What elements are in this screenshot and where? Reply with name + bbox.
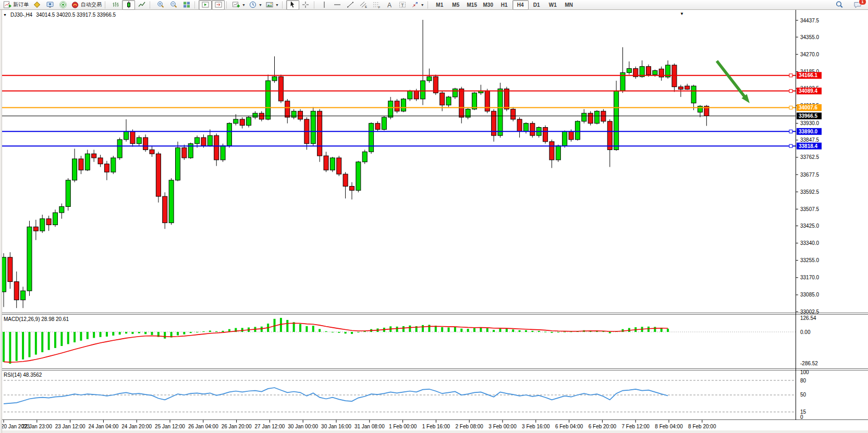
terminal-button[interactable] bbox=[43, 0, 56, 10]
price-tick-label: 33255.0 bbox=[800, 257, 820, 263]
macd-histogram-bar bbox=[60, 332, 63, 346]
candlestick-button[interactable] bbox=[122, 0, 135, 10]
dropdown-arrow: ▼ bbox=[259, 3, 262, 7]
macd-histogram-bar bbox=[87, 332, 89, 339]
time-axis-label: 26 Jan 20:00 bbox=[222, 424, 252, 429]
candle-bear bbox=[440, 93, 445, 105]
candle-bull bbox=[234, 119, 238, 123]
chart-shift-marker-icon[interactable]: ▼ bbox=[680, 11, 684, 17]
trendline-button[interactable] bbox=[344, 0, 357, 10]
time-axis-label: 7 Feb 12:00 bbox=[622, 424, 650, 429]
candlestick-icon bbox=[125, 1, 133, 9]
macd-histogram-bar bbox=[454, 327, 456, 332]
line-chart-button[interactable] bbox=[135, 0, 148, 10]
timeframe-m1[interactable]: M1 bbox=[432, 0, 448, 10]
candle-bear bbox=[240, 119, 244, 126]
toolbar-separator bbox=[105, 2, 107, 8]
vertical-line-button[interactable] bbox=[318, 0, 331, 10]
macd-histogram-bar bbox=[164, 332, 166, 339]
trend-arrow-shaft[interactable] bbox=[717, 61, 745, 98]
new-chart-icon bbox=[232, 1, 240, 9]
timeframe-m5[interactable]: M5 bbox=[448, 0, 464, 10]
candle-bull bbox=[401, 99, 406, 111]
macd-axis-label: 0.00 bbox=[800, 329, 811, 335]
time-axis-label: 23 Jan 12:00 bbox=[55, 424, 85, 429]
chart-shift-button[interactable] bbox=[212, 0, 225, 10]
template-button[interactable]: ▼ bbox=[264, 0, 280, 10]
search-button[interactable] bbox=[833, 0, 846, 10]
rsi-axis-label: 80 bbox=[800, 378, 806, 383]
new-order-button[interactable]: 新订单 bbox=[2, 0, 30, 10]
macd-histogram-bar bbox=[538, 331, 540, 332]
timeframe-mn[interactable]: MN bbox=[561, 0, 577, 10]
candle-bear bbox=[395, 101, 399, 111]
line-handle[interactable] bbox=[789, 106, 792, 109]
equidistant-channel-button[interactable]: E bbox=[357, 0, 370, 10]
time-axis-label: 3 Feb 16:00 bbox=[522, 424, 550, 429]
profiles-button[interactable] bbox=[30, 0, 43, 10]
bar-chart-button[interactable] bbox=[109, 0, 122, 10]
signals-button[interactable] bbox=[56, 0, 69, 10]
dropdown-arrow: ▼ bbox=[421, 3, 424, 7]
timeframe-label: M30 bbox=[483, 2, 493, 8]
timeframe-d1[interactable]: D1 bbox=[529, 0, 545, 10]
notification-badge: 1 bbox=[859, 0, 866, 5]
line-handle[interactable] bbox=[789, 130, 792, 133]
candle-bull bbox=[556, 146, 560, 160]
candle-bear bbox=[214, 135, 219, 160]
timeframe-label: H1 bbox=[501, 2, 508, 8]
chart-collapse-icon[interactable]: ▼ bbox=[3, 12, 7, 18]
price-tag-label: 34089.4 bbox=[799, 88, 818, 94]
timeframe-m30[interactable]: M30 bbox=[480, 0, 496, 10]
line-handle[interactable] bbox=[789, 90, 792, 93]
macd-histogram-bar bbox=[338, 332, 340, 333]
candle-bull bbox=[137, 138, 141, 144]
price-tick-label: 33930.0 bbox=[800, 120, 820, 126]
crosshair-button[interactable] bbox=[299, 0, 312, 10]
timeframe-h4[interactable]: H4 bbox=[512, 0, 529, 10]
fibonacci-button[interactable]: F bbox=[370, 0, 383, 10]
text-button[interactable]: A bbox=[383, 0, 396, 10]
timeframe-m15[interactable]: M15 bbox=[464, 0, 480, 10]
period-button[interactable]: ▼ bbox=[247, 0, 264, 10]
dropdown-arrow: ▼ bbox=[275, 3, 279, 7]
line-handle[interactable] bbox=[789, 74, 792, 77]
price-tick-label: 33592.5 bbox=[800, 189, 820, 195]
candle-bull bbox=[117, 140, 122, 158]
macd-histogram-bar bbox=[460, 329, 462, 332]
tile-windows-icon bbox=[182, 1, 191, 9]
timeframe-w1[interactable]: W1 bbox=[545, 0, 561, 10]
candle-bull bbox=[272, 77, 277, 81]
auto-scroll-button[interactable] bbox=[199, 0, 212, 10]
zoom-in-button[interactable] bbox=[154, 0, 167, 10]
line-handle[interactable] bbox=[789, 144, 792, 147]
auto-trading-button[interactable]: 自动交易 bbox=[69, 0, 103, 10]
rsi-line bbox=[4, 388, 668, 404]
candle-bear bbox=[530, 123, 535, 135]
arrows-button[interactable]: ▼ bbox=[409, 0, 426, 10]
timeframe-h1[interactable]: H1 bbox=[496, 0, 512, 10]
horizontal-line-button[interactable] bbox=[331, 0, 344, 10]
chart-title: ▼ DJ30-,H4 34014.5 34020.5 33917.5 33966… bbox=[3, 12, 116, 18]
candle-bull bbox=[446, 97, 451, 105]
chart-canvas[interactable]: 34437.534355.034270.034185.034102.534017… bbox=[0, 0, 868, 433]
text-label-button[interactable]: T bbox=[396, 0, 409, 10]
macd-histogram-bar bbox=[196, 332, 198, 332]
candle-bull bbox=[472, 93, 477, 109]
auto-scroll-icon bbox=[201, 1, 210, 9]
candle-bear bbox=[459, 89, 464, 117]
candle-bear bbox=[278, 77, 283, 101]
timeframe-label: MN bbox=[565, 2, 573, 8]
zoom-out-button[interactable] bbox=[167, 0, 180, 10]
new-chart-button[interactable]: ▼ bbox=[230, 0, 247, 10]
candle-bear bbox=[343, 174, 348, 186]
clock-icon bbox=[249, 1, 257, 9]
cursor-button[interactable] bbox=[286, 0, 299, 10]
candle-bear bbox=[601, 111, 606, 121]
new-order-label: 新订单 bbox=[13, 1, 29, 8]
notifications-button[interactable]: 1 bbox=[851, 0, 864, 10]
tile-windows-button[interactable] bbox=[180, 0, 193, 10]
candle-bull bbox=[27, 227, 32, 291]
candle-bull bbox=[72, 159, 77, 180]
macd-histogram-bar bbox=[422, 325, 424, 332]
